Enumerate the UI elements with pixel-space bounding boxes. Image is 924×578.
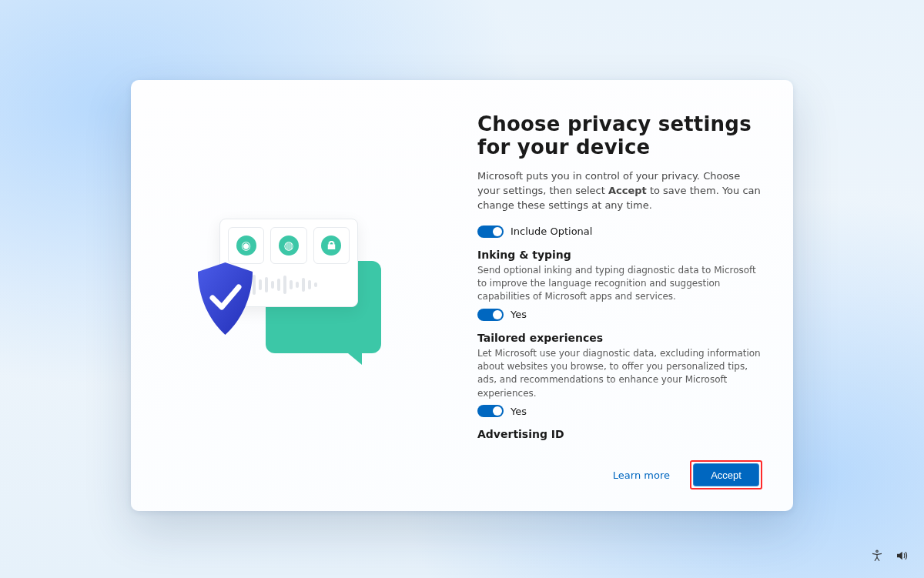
setting-tailored: Tailored experiences Let Microsoft use y… — [477, 332, 762, 418]
include-optional-row: Include Optional — [477, 226, 762, 238]
shield-check-icon — [192, 261, 258, 336]
setting-desc: Let Microsoft use your diagnostic data, … — [477, 347, 762, 401]
fingerprint-tile: ◍ — [270, 227, 306, 264]
system-tray — [870, 549, 909, 566]
illustration-pane: ◉ ◍ 🔒︎ — [131, 80, 454, 511]
setting-inking: Inking & typing Send optional inking and… — [477, 249, 762, 321]
oobe-background: ◉ ◍ 🔒︎ — [0, 0, 924, 578]
intro-text: Microsoft puts you in control of your pr… — [477, 169, 762, 213]
learn-more-button[interactable]: Learn more — [605, 463, 678, 487]
accept-button[interactable]: Accept — [693, 463, 759, 486]
inking-state: Yes — [511, 309, 527, 320]
setting-title: Advertising ID — [477, 428, 762, 440]
lock-tile: 🔒︎ — [313, 227, 350, 264]
privacy-illustration: ◉ ◍ 🔒︎ — [192, 219, 393, 373]
page-title: Choose privacy settings for your device — [477, 112, 762, 159]
button-row: Learn more Accept — [477, 445, 762, 489]
include-optional-toggle[interactable] — [477, 226, 504, 238]
lock-icon: 🔒︎ — [321, 236, 341, 256]
settings-pane: Choose privacy settings for your device … — [454, 80, 793, 511]
tailored-toggle[interactable] — [477, 405, 504, 417]
include-optional-label: Include Optional — [511, 226, 592, 237]
setting-title: Inking & typing — [477, 249, 762, 261]
volume-icon[interactable] — [895, 549, 909, 566]
accessibility-icon[interactable] — [870, 549, 884, 566]
location-tile: ◉ — [228, 227, 264, 264]
pin-icon: ◉ — [236, 236, 256, 256]
svg-point-0 — [876, 550, 878, 552]
inking-toggle[interactable] — [477, 309, 504, 321]
setting-desc: Send optional inking and typing diagnost… — [477, 264, 762, 304]
privacy-settings-card: ◉ ◍ 🔒︎ — [131, 80, 793, 511]
tailored-state: Yes — [511, 406, 527, 417]
fingerprint-icon: ◍ — [279, 236, 299, 256]
setting-title: Tailored experiences — [477, 332, 762, 344]
setting-advertising: Advertising ID Apps can use advertising … — [477, 428, 762, 445]
accept-highlight: Accept — [690, 460, 762, 489]
